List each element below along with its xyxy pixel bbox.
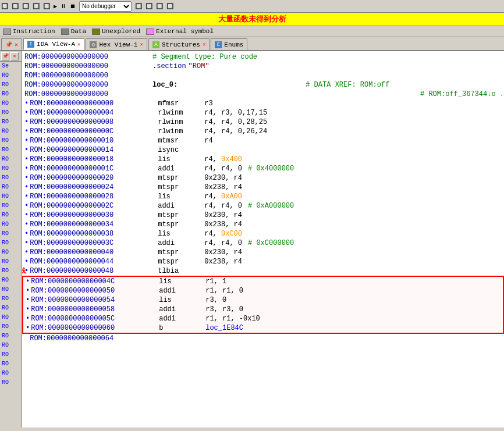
toolbar-icons: 🔲 🔲 🔲 🔲 🔲 ▶ ⏸ ⏹ (1, 3, 76, 10)
code-line-boxed: • ROM:0000000000000060 b loc_1E84C (22, 323, 504, 334)
sidebar-item[interactable]: RO (0, 136, 22, 145)
warning-banner: 大量函数未得到分析 (0, 13, 504, 26)
sidebar-item[interactable]: RO (0, 341, 22, 350)
sidebar-item[interactable]: RO (0, 145, 22, 155)
sidebar-item[interactable]: RO (0, 285, 22, 294)
operand: r4, r3, 0,17,15 (204, 108, 267, 117)
mnemonic: mtmsr (158, 136, 204, 145)
code-line: • ROM:0000000000000028 lis r4, 0xA00 (22, 192, 504, 201)
mnemonic: mtspr (158, 220, 204, 229)
mnemonic: mtspr (158, 257, 204, 266)
mnemonic: rlwinm (158, 127, 204, 136)
tab-ida-view[interactable]: I IDA View-A ✕ (23, 38, 84, 50)
tab-hex-view[interactable]: ◎ Hex View-1 ✕ (86, 38, 147, 50)
sidebar-item[interactable]: RO (0, 173, 22, 183)
code-line: • ROM:0000000000000048 tlbia 初始化栈 (22, 266, 504, 276)
sidebar-item[interactable]: RO (0, 332, 22, 341)
sidebar-item[interactable]: RO (0, 248, 22, 257)
code-line: ROM:0000000000000000 # Segment type: Pur… (22, 52, 504, 62)
sidebar-item[interactable]: RO (0, 350, 22, 359)
code-area[interactable]: ROM:0000000000000000 # Segment type: Pur… (22, 51, 504, 428)
code-line: • ROM:0000000000000034 mtspr 0x238, r4 (22, 220, 504, 229)
code-line-boxed: • ROM:0000000000000050 addi r1, r1, 0 (22, 286, 504, 295)
tab-structures[interactable]: A Structures ✕ (148, 38, 210, 50)
sidebar-item[interactable]: RO (0, 192, 22, 201)
code-line: ROM:0000000000000000 .section "ROM" (22, 62, 504, 71)
bullet: • (26, 277, 30, 286)
bullet: • (24, 211, 29, 220)
sidebar-item[interactable]: RO (0, 164, 22, 173)
tab-ida-close[interactable]: ✕ (77, 41, 80, 48)
code-addr: ROM:0000000000000014 (30, 145, 158, 155)
tab-bar: 📌 ✕ I IDA View-A ✕ ◎ Hex View-1 ✕ A Stru… (0, 37, 504, 51)
code-addr: ROM:0000000000000064 (30, 334, 158, 343)
sidebar-item[interactable]: RO (0, 359, 22, 369)
sidebar-item[interactable]: RO (0, 108, 22, 117)
code-addr: ROM:0000000000000024 (30, 183, 158, 192)
mnemonic: b (159, 323, 205, 333)
sidebar-item[interactable]: RO (0, 276, 22, 285)
code-line: • ROM:0000000000000008 rlwinm r4, r4, 0,… (22, 117, 504, 127)
sidebar-item[interactable]: RO (0, 322, 22, 332)
sidebar-item[interactable]: RO (0, 117, 22, 127)
legend-unexplored: Unexplored (92, 28, 140, 35)
sidebar-item[interactable]: RO (0, 229, 22, 238)
operand: r4, 0x400 (204, 155, 242, 164)
mnemonic: lis (158, 155, 204, 164)
code-addr: ROM:0000000000000000 (24, 90, 152, 99)
sidebar-item[interactable]: RO (0, 183, 22, 192)
sidebar-item[interactable]: RO (0, 369, 22, 378)
debugger-select[interactable]: No debugger (79, 1, 132, 12)
operand-link[interactable]: loc_1E84C (205, 323, 243, 333)
sidebar-item[interactable]: RO (0, 155, 22, 164)
mnemonic: addi (158, 201, 204, 211)
tab-close-all[interactable]: 📌 ✕ (1, 38, 22, 50)
sidebar-item[interactable]: RO (0, 90, 22, 99)
sidebar-item[interactable]: RO (0, 313, 22, 322)
bullet: • (24, 155, 29, 164)
sidebar-item[interactable]: RO (0, 80, 22, 90)
bullet: • (24, 248, 29, 257)
operand: 0x238, r4 (204, 183, 242, 192)
legend-data-label: Data (71, 28, 86, 35)
sidebar-items: Se RO RO RO RO RO RO RO RO RO RO RO RO R… (0, 62, 22, 387)
operand: r3, r3, 0 (205, 305, 243, 314)
sidebar-item[interactable]: RO (0, 378, 22, 387)
sidebar-item[interactable]: RO (0, 294, 22, 304)
bullet: • (26, 286, 30, 295)
legend-bar: Instruction Data Unexplored External sym… (0, 26, 504, 37)
operand: 0x230, r4 (204, 173, 242, 183)
code-addr: ROM:0000000000000034 (30, 220, 158, 229)
legend-instruction: Instruction (3, 28, 55, 35)
operand: 0x238, r4 (204, 220, 242, 229)
sidebar-item[interactable]: RO (0, 211, 22, 220)
sidebar-item[interactable]: RO (0, 71, 22, 80)
mnemonic: mtspr (158, 173, 204, 183)
tab-enums[interactable]: E Enums (211, 38, 247, 50)
sidebar-item[interactable]: RO (0, 304, 22, 313)
tab-hex-label: Hex View-1 (99, 41, 137, 48)
sidebar-item[interactable]: RO (0, 127, 22, 136)
mnemonic: isync (158, 145, 204, 155)
operand: r4, r4, 0 (204, 201, 242, 211)
sidebar-item[interactable]: RO (0, 266, 22, 276)
sidebar-item[interactable]: RO (0, 220, 22, 229)
tab-hex-close[interactable]: ✕ (140, 41, 143, 48)
tab-struct-close[interactable]: ✕ (203, 41, 205, 48)
bullet: • (24, 99, 29, 108)
sidebar-item[interactable]: RO (0, 99, 22, 108)
code-line: • ROM:0000000000000010 mtmsr r4 (22, 136, 504, 145)
sidebar-item[interactable]: Se (0, 62, 22, 71)
sidebar-item[interactable]: RO (0, 201, 22, 211)
code-line: • ROM:0000000000000024 mtspr 0x238, r4 (22, 183, 504, 192)
bullet: • (24, 108, 29, 117)
code-line: • ROM:000000000000000C rlwinm r4, r4, 0,… (22, 127, 504, 136)
code-addr: ROM:0000000000000004 (30, 108, 158, 117)
sidebar-close-btn[interactable]: ✕ (10, 52, 19, 60)
mnemonic: mfmsr (158, 99, 204, 108)
sidebar-pin-btn[interactable]: 📌 (1, 52, 9, 60)
mnemonic: rlwinm (158, 108, 204, 117)
sidebar-item[interactable]: RO (0, 238, 22, 248)
operand: r1, 1 (205, 277, 226, 286)
sidebar-item[interactable]: RO (0, 257, 22, 266)
